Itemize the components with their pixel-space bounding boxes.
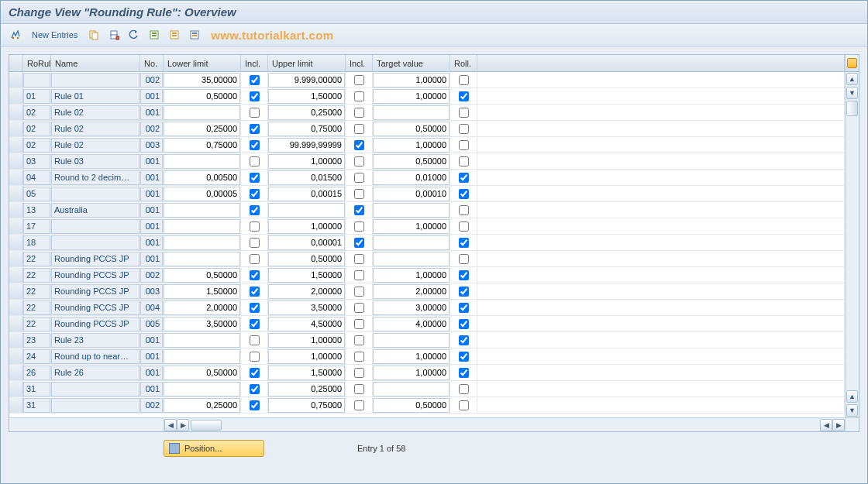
target-value-field[interactable]: [373, 73, 450, 88]
incl-lower-checkbox[interactable]: [250, 189, 260, 199]
hscroll-right-end-button[interactable]: ▶: [832, 419, 845, 431]
target-value-field[interactable]: [373, 89, 450, 104]
lower-limit-field[interactable]: [164, 138, 240, 153]
roll-checkbox[interactable]: [459, 287, 469, 297]
incl-lower-checkbox[interactable]: [250, 124, 260, 134]
upper-limit-field[interactable]: [268, 89, 345, 104]
roll-checkbox[interactable]: [459, 156, 469, 166]
lower-limit-field[interactable]: [164, 187, 240, 201]
target-value-field[interactable]: [373, 154, 450, 169]
position-button[interactable]: Position...: [164, 440, 264, 457]
incl-lower-checkbox[interactable]: [250, 287, 260, 297]
incl-upper-checkbox[interactable]: [354, 124, 364, 134]
col-header-lower[interactable]: Lower limit: [164, 55, 241, 71]
upper-limit-field[interactable]: [268, 138, 345, 153]
upper-limit-field[interactable]: [268, 203, 345, 218]
row-selector[interactable]: [9, 381, 23, 396]
incl-upper-checkbox[interactable]: [354, 368, 364, 378]
hscroll-left-button[interactable]: ◀: [164, 419, 177, 431]
incl-upper-checkbox[interactable]: [354, 173, 364, 183]
incl-lower-checkbox[interactable]: [250, 205, 260, 215]
vscroll-thumb[interactable]: [846, 101, 858, 116]
upper-limit-field[interactable]: [268, 300, 345, 315]
copy-icon[interactable]: [85, 27, 102, 43]
row-selector[interactable]: [9, 300, 23, 315]
target-value-field[interactable]: [373, 284, 450, 299]
roll-checkbox[interactable]: [459, 205, 469, 215]
upper-limit-field[interactable]: [268, 154, 345, 169]
incl-lower-checkbox[interactable]: [250, 173, 260, 183]
roll-checkbox[interactable]: [459, 368, 469, 378]
incl-upper-checkbox[interactable]: [354, 108, 364, 118]
incl-lower-checkbox[interactable]: [250, 270, 260, 280]
incl-lower-checkbox[interactable]: [250, 400, 260, 410]
incl-lower-checkbox[interactable]: [250, 368, 260, 378]
row-selector[interactable]: [9, 218, 23, 234]
target-value-field[interactable]: [373, 235, 450, 250]
roll-checkbox[interactable]: [459, 221, 469, 232]
lower-limit-field[interactable]: [164, 105, 240, 120]
row-selector[interactable]: [9, 137, 23, 153]
lower-limit-field[interactable]: [164, 349, 240, 364]
target-value-field[interactable]: [373, 349, 450, 364]
target-value-field[interactable]: [373, 300, 450, 315]
incl-upper-checkbox[interactable]: [354, 352, 364, 362]
upper-limit-field[interactable]: [268, 170, 345, 185]
incl-lower-checkbox[interactable]: [250, 384, 260, 394]
roll-checkbox[interactable]: [459, 335, 469, 345]
upper-limit-field[interactable]: [268, 317, 345, 331]
lower-limit-field[interactable]: [164, 252, 240, 266]
upper-limit-field[interactable]: [268, 187, 345, 201]
incl-upper-checkbox[interactable]: [354, 91, 364, 101]
upper-limit-field[interactable]: [268, 219, 345, 234]
incl-upper-checkbox[interactable]: [354, 400, 364, 410]
col-header-no[interactable]: No.: [140, 55, 164, 71]
lower-limit-field[interactable]: [164, 89, 240, 104]
incl-upper-checkbox[interactable]: [354, 270, 364, 280]
target-value-field[interactable]: [373, 138, 450, 153]
incl-upper-checkbox[interactable]: [354, 189, 364, 199]
incl-lower-checkbox[interactable]: [250, 221, 260, 232]
target-value-field[interactable]: [373, 398, 450, 413]
target-value-field[interactable]: [373, 382, 450, 396]
target-value-field[interactable]: [373, 122, 450, 136]
row-selector[interactable]: [9, 332, 23, 348]
target-value-field[interactable]: [373, 203, 450, 218]
upper-limit-field[interactable]: [268, 105, 345, 120]
lower-limit-field[interactable]: [164, 382, 240, 396]
lower-limit-field[interactable]: [164, 170, 240, 185]
col-header-target[interactable]: Target value: [373, 55, 450, 71]
upper-limit-field[interactable]: [268, 122, 345, 136]
lower-limit-field[interactable]: [164, 398, 240, 413]
row-selector[interactable]: [9, 348, 23, 364]
roll-checkbox[interactable]: [459, 400, 469, 410]
incl-upper-checkbox[interactable]: [354, 303, 364, 313]
target-value-field[interactable]: [373, 105, 450, 120]
toggle-button[interactable]: [7, 27, 24, 43]
target-value-field[interactable]: [373, 187, 450, 201]
upper-limit-field[interactable]: [268, 252, 345, 266]
lower-limit-field[interactable]: [164, 219, 240, 234]
incl-upper-checkbox[interactable]: [354, 205, 364, 215]
lower-limit-field[interactable]: [164, 317, 240, 331]
undo-icon[interactable]: [126, 27, 143, 43]
lower-limit-field[interactable]: [164, 268, 240, 283]
print-icon[interactable]: [186, 27, 203, 43]
roll-checkbox[interactable]: [459, 91, 469, 101]
vscroll-up-button[interactable]: ▲: [846, 73, 858, 85]
incl-upper-checkbox[interactable]: [354, 221, 364, 232]
upper-limit-field[interactable]: [268, 398, 345, 413]
upper-limit-field[interactable]: [268, 382, 345, 396]
lower-limit-field[interactable]: [164, 154, 240, 169]
row-selector[interactable]: [9, 72, 23, 88]
lower-limit-field[interactable]: [164, 284, 240, 299]
incl-lower-checkbox[interactable]: [250, 319, 260, 329]
lower-limit-field[interactable]: [164, 73, 240, 88]
row-selector[interactable]: [9, 365, 23, 380]
target-value-field[interactable]: [373, 170, 450, 185]
col-header-incl1[interactable]: Incl.: [241, 55, 268, 71]
row-selector[interactable]: [9, 202, 23, 218]
upper-limit-field[interactable]: [268, 284, 345, 299]
roll-checkbox[interactable]: [459, 75, 469, 85]
incl-lower-checkbox[interactable]: [250, 108, 260, 118]
